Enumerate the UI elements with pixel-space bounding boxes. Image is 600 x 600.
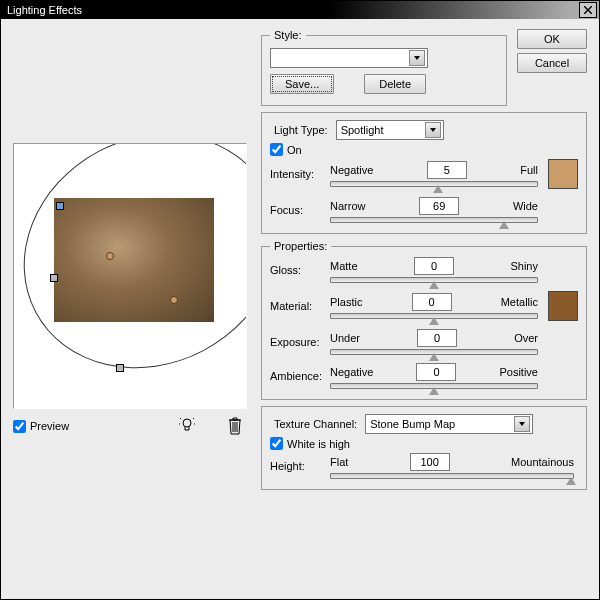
svg-line-2 [180, 418, 181, 419]
height-slider[interactable] [330, 473, 574, 479]
height-value[interactable]: 100 [410, 453, 450, 471]
focus-slider[interactable] [330, 217, 538, 223]
intensity-value[interactable]: 5 [427, 161, 467, 179]
light-focus-handle[interactable] [170, 296, 178, 304]
focus-value[interactable]: 69 [419, 197, 459, 215]
title-bar: Lighting Effects [1, 1, 599, 19]
properties-label: Properties: [270, 240, 331, 252]
exposure-label: Exposure: [270, 336, 326, 348]
preview-canvas[interactable] [13, 143, 247, 409]
lightbulb-icon[interactable] [179, 417, 195, 435]
chevron-down-icon [414, 56, 420, 60]
ok-button[interactable]: OK [517, 29, 587, 49]
style-group: Style: Save... Delete [261, 29, 507, 106]
close-icon [584, 6, 592, 14]
chevron-down-icon [519, 422, 525, 426]
light-color-swatch[interactable] [548, 159, 578, 189]
light-type-select[interactable]: Spotlight [336, 120, 444, 140]
close-button[interactable] [579, 2, 597, 18]
preview-label: Preview [30, 420, 69, 432]
save-style-button[interactable]: Save... [270, 74, 334, 94]
light-on-checkbox[interactable] [270, 143, 283, 156]
window-title: Lighting Effects [7, 4, 82, 16]
exposure-value[interactable]: 0 [417, 329, 457, 347]
trash-icon[interactable] [227, 417, 243, 435]
gloss-slider[interactable] [330, 277, 538, 283]
gloss-label: Gloss: [270, 264, 326, 276]
ambience-value[interactable]: 0 [416, 363, 456, 381]
material-label: Material: [270, 300, 326, 312]
svg-point-0 [183, 419, 191, 427]
preview-checkbox[interactable] [13, 420, 26, 433]
ambience-label: Ambience: [270, 370, 326, 382]
cancel-button[interactable]: Cancel [517, 53, 587, 73]
light-on-label: On [287, 144, 302, 156]
intensity-label: Intensity: [270, 168, 326, 180]
height-label: Height: [270, 460, 326, 472]
ambience-slider[interactable] [330, 383, 538, 389]
style-label: Style: [270, 29, 306, 41]
ellipse-handle[interactable] [116, 364, 124, 372]
chevron-down-icon [430, 128, 436, 132]
exposure-slider[interactable] [330, 349, 538, 355]
white-is-high-checkbox[interactable] [270, 437, 283, 450]
focus-label: Focus: [270, 204, 326, 216]
light-center-handle[interactable] [106, 252, 114, 260]
light-type-group: Light Type: Spotlight On Intensity: Nega… [261, 112, 587, 234]
intensity-slider[interactable] [330, 181, 538, 187]
ellipse-handle[interactable] [50, 274, 58, 282]
light-ellipse[interactable] [13, 143, 247, 409]
delete-style-button[interactable]: Delete [364, 74, 426, 94]
light-type-label: Light Type: [270, 124, 332, 136]
style-select[interactable] [270, 48, 428, 68]
texture-channel-group: Texture Channel: Stone Bump Map White is… [261, 406, 587, 490]
material-value[interactable]: 0 [412, 293, 452, 311]
texture-channel-select[interactable]: Stone Bump Map [365, 414, 533, 434]
properties-group: Properties: Gloss: Matte0Shiny Material:… [261, 240, 587, 400]
material-slider[interactable] [330, 313, 538, 319]
ellipse-handle[interactable] [56, 202, 64, 210]
white-is-high-label: White is high [287, 438, 350, 450]
gloss-value[interactable]: 0 [414, 257, 454, 275]
texture-channel-label: Texture Channel: [270, 418, 361, 430]
ambient-color-swatch[interactable] [548, 291, 578, 321]
svg-line-3 [193, 418, 194, 419]
